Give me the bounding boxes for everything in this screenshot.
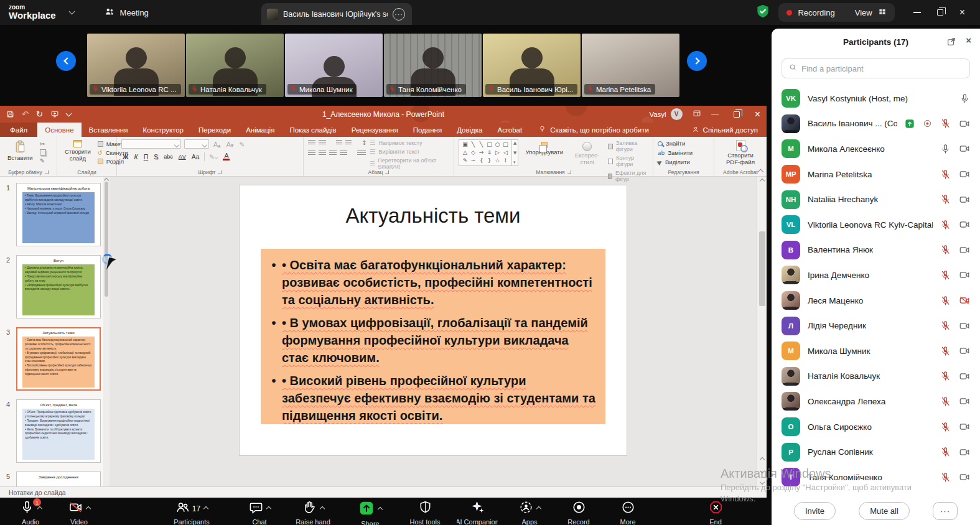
- font-dialog-launcher-icon[interactable]: [218, 170, 222, 174]
- tab-shared-screen[interactable]: Василь Іванович Юрійчук's scre ···: [261, 3, 412, 25]
- align-left-icon[interactable]: [308, 151, 315, 156]
- drawing-dialog-launcher-icon[interactable]: [567, 170, 571, 174]
- participant-row[interactable]: О Ольга Сироєжко: [772, 414, 980, 440]
- screen-sharing-icon[interactable]: [905, 119, 915, 129]
- participant-row[interactable]: Василь Іванович ... (Co-host): [772, 111, 980, 137]
- scroll-up-icon[interactable]: [760, 179, 765, 184]
- camera-on-icon[interactable]: [959, 143, 970, 154]
- camera-on-icon[interactable]: [959, 396, 970, 407]
- slide-thumbnail-box[interactable]: Актуальність теми Освіта має багатофункц…: [16, 327, 101, 391]
- scroll-down-icon[interactable]: [760, 480, 765, 485]
- camera-on-icon[interactable]: [959, 371, 970, 382]
- format-painter-icon[interactable]: ✎: [40, 157, 46, 164]
- clear-formatting-button[interactable]: ✎: [238, 141, 246, 148]
- camera-on-icon[interactable]: [959, 244, 970, 256]
- participant-row[interactable]: В Валентина Янюк: [772, 238, 980, 263]
- security-shield-icon[interactable]: [755, 3, 771, 22]
- tell-me-box[interactable]: Скажіть, що потрібно зробити: [538, 123, 649, 137]
- align-right-icon[interactable]: [329, 151, 337, 156]
- arrange-button[interactable]: Упорядкувати: [522, 139, 566, 157]
- ppt-tab-Конструктор[interactable]: Конструктор: [135, 123, 191, 137]
- participant-search-box[interactable]: [782, 58, 970, 78]
- participant-row[interactable]: Наталія Ковальчук: [772, 364, 980, 389]
- font-name-dropdown[interactable]: [121, 139, 181, 149]
- ppt-tab-Рецензування[interactable]: Рецензування: [344, 123, 406, 137]
- mic-muted-icon[interactable]: [940, 244, 951, 255]
- mic-muted-icon[interactable]: [940, 371, 951, 381]
- ppt-tab-Анімація[interactable]: Анімація: [238, 123, 282, 137]
- camera-on-icon[interactable]: [959, 421, 970, 432]
- participant-row[interactable]: VL Viktoriia Leonova RC Kyiv-Capital: [772, 212, 980, 238]
- participant-row[interactable]: Олександра Лепеха: [772, 389, 980, 414]
- ppt-minimize-button[interactable]: [711, 114, 719, 115]
- mic-muted-icon[interactable]: [940, 118, 951, 129]
- undo-icon[interactable]: ↶: [22, 109, 29, 119]
- camera-on-icon[interactable]: [959, 118, 970, 129]
- mic-muted-icon[interactable]: [940, 194, 951, 205]
- slide-thumbnail[interactable]: 4 Об'єкт, предмет, мета Об'єкт: Професій…: [0, 399, 103, 463]
- decrease-indent-icon[interactable]: [336, 140, 342, 146]
- raise-hand-chevron-icon[interactable]: [319, 506, 324, 511]
- mic-muted-icon[interactable]: [940, 295, 951, 306]
- current-slide[interactable]: Актуальність теми • • Освіта має багатоф…: [240, 185, 627, 455]
- scrollbar-thumb[interactable]: [759, 231, 765, 306]
- toolbar-participants-button[interactable]: 17 Participants: [167, 498, 217, 525]
- previous-videos-button[interactable]: [56, 51, 76, 71]
- previous-slide-icon[interactable]: [760, 457, 765, 462]
- numbering-icon[interactable]: [319, 140, 326, 146]
- align-center-icon[interactable]: [319, 151, 326, 156]
- character-spacing-button[interactable]: A̲V̲: [177, 154, 187, 160]
- copy-icon[interactable]: [40, 149, 46, 156]
- participant-row[interactable]: VK Vasyl Kostyniuk (Host, me): [772, 86, 980, 111]
- video-tile[interactable]: Marina Petelitska: [582, 34, 679, 97]
- canvas-scrollbar[interactable]: [757, 177, 767, 486]
- mic-muted-icon[interactable]: [940, 396, 951, 407]
- tab-options-icon[interactable]: ···: [393, 8, 405, 21]
- shape-fill-button[interactable]: Заливка фігури: [608, 140, 648, 152]
- cut-icon[interactable]: ✂: [40, 141, 46, 147]
- columns-icon[interactable]: [357, 151, 366, 156]
- shapes-scroll[interactable]: ▲▼▾: [512, 139, 518, 166]
- mic-muted-icon[interactable]: [940, 169, 951, 180]
- slide-thumbnail-box[interactable]: Об'єкт, предмет, мета Об'єкт: Професійна…: [16, 399, 101, 463]
- shrink-font-button[interactable]: A▼: [225, 141, 235, 148]
- italic-button[interactable]: К: [133, 153, 139, 160]
- toolbar-more-button[interactable]: More: [607, 498, 648, 525]
- thumbnail-scrollbar[interactable]: [103, 177, 110, 486]
- select-button[interactable]: Виділити: [658, 159, 693, 165]
- close-button[interactable]: ×: [959, 7, 965, 17]
- qat-customize-chevron-icon[interactable]: [65, 111, 72, 117]
- slide-thumbnail[interactable]: 5 Завдання дослідження: [0, 472, 103, 486]
- slide-thumbnail[interactable]: 3 Актуальність теми Освіта має багатофун…: [0, 327, 103, 391]
- camera-on-icon[interactable]: [959, 447, 970, 458]
- ppt-tab-Подання[interactable]: Подання: [406, 123, 449, 137]
- underline-button[interactable]: П: [142, 153, 150, 160]
- mic-on-icon[interactable]: [959, 93, 970, 104]
- bold-button[interactable]: Ж: [121, 153, 130, 160]
- clipboard-dialog-launcher-icon[interactable]: [45, 170, 49, 174]
- bullets-icon[interactable]: [308, 140, 315, 146]
- ppt-tab-Показ слайдів[interactable]: Показ слайдів: [282, 123, 343, 137]
- ppt-share-button[interactable]: Спільний доступ: [692, 123, 758, 137]
- next-videos-button[interactable]: [687, 51, 707, 71]
- text-direction-button[interactable]: Напрямок тексту: [370, 140, 449, 146]
- is-recording-icon[interactable]: [923, 119, 932, 128]
- mic-muted-icon[interactable]: [940, 270, 951, 281]
- participant-row[interactable]: М Микола Шумник: [772, 338, 980, 364]
- toolbar-ai-companion-button[interactable]: AI Companion: [457, 498, 498, 525]
- strikethrough-button[interactable]: abc: [162, 154, 174, 160]
- mic-muted-icon[interactable]: [940, 422, 951, 432]
- highlight-button[interactable]: ✎: [208, 153, 220, 160]
- toolbar-host-tools-button[interactable]: Host tools: [404, 498, 446, 525]
- video-tile[interactable]: Наталія Ковальчук: [186, 34, 284, 97]
- mute-all-button[interactable]: Mute all: [859, 502, 910, 520]
- toolbar-apps-button[interactable]: Apps: [509, 498, 550, 525]
- font-size-dropdown[interactable]: [184, 139, 209, 149]
- slide-thumbnail-box[interactable]: Вступ Шановна державна екзаменаційна ком…: [16, 255, 101, 318]
- camera-on-icon[interactable]: [959, 472, 970, 483]
- ppt-tab-Довідка[interactable]: Довідка: [449, 123, 490, 137]
- redo-icon[interactable]: ↻: [36, 109, 43, 119]
- participant-row[interactable]: Т Таня Коломійченко: [772, 465, 980, 490]
- paragraph-dialog-launcher-icon[interactable]: [385, 170, 389, 174]
- ppt-restore-button[interactable]: [734, 111, 740, 118]
